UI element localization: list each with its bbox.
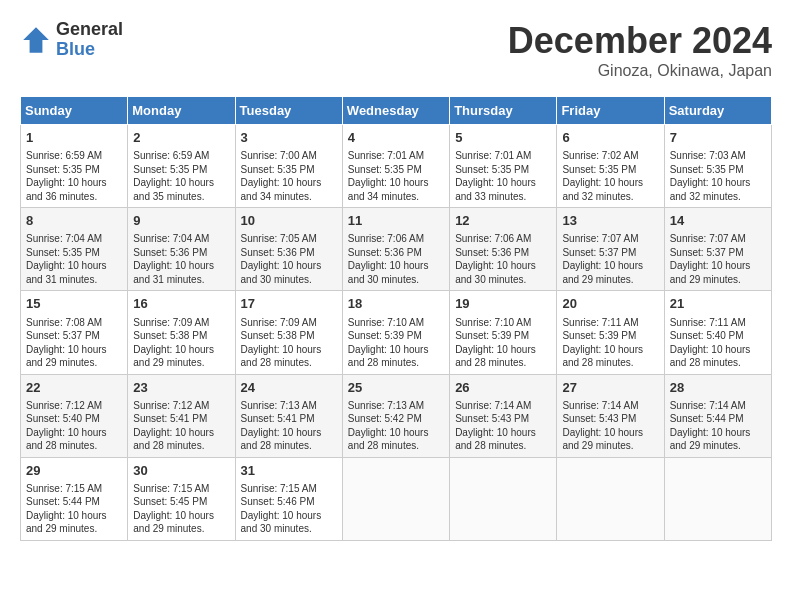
day-number: 13 [562, 212, 658, 230]
cell-info: Sunrise: 7:09 AM Sunset: 5:38 PM Dayligh… [241, 316, 337, 370]
day-number: 15 [26, 295, 122, 313]
calendar-cell: 22Sunrise: 7:12 AM Sunset: 5:40 PM Dayli… [21, 374, 128, 457]
day-number: 12 [455, 212, 551, 230]
calendar-cell: 14Sunrise: 7:07 AM Sunset: 5:37 PM Dayli… [664, 208, 771, 291]
calendar-cell: 21Sunrise: 7:11 AM Sunset: 5:40 PM Dayli… [664, 291, 771, 374]
day-number: 28 [670, 379, 766, 397]
day-number: 24 [241, 379, 337, 397]
cell-info: Sunrise: 6:59 AM Sunset: 5:35 PM Dayligh… [26, 149, 122, 203]
day-number: 9 [133, 212, 229, 230]
day-number: 11 [348, 212, 444, 230]
day-number: 8 [26, 212, 122, 230]
cell-info: Sunrise: 7:03 AM Sunset: 5:35 PM Dayligh… [670, 149, 766, 203]
calendar-cell: 28Sunrise: 7:14 AM Sunset: 5:44 PM Dayli… [664, 374, 771, 457]
day-number: 23 [133, 379, 229, 397]
page-header: General Blue December 2024 Ginoza, Okina… [20, 20, 772, 80]
calendar-week-5: 29Sunrise: 7:15 AM Sunset: 5:44 PM Dayli… [21, 457, 772, 540]
day-number: 5 [455, 129, 551, 147]
calendar-week-1: 1Sunrise: 6:59 AM Sunset: 5:35 PM Daylig… [21, 125, 772, 208]
calendar-cell: 31Sunrise: 7:15 AM Sunset: 5:46 PM Dayli… [235, 457, 342, 540]
day-number: 4 [348, 129, 444, 147]
day-number: 31 [241, 462, 337, 480]
calendar-cell: 17Sunrise: 7:09 AM Sunset: 5:38 PM Dayli… [235, 291, 342, 374]
calendar-cell: 16Sunrise: 7:09 AM Sunset: 5:38 PM Dayli… [128, 291, 235, 374]
calendar-cell: 15Sunrise: 7:08 AM Sunset: 5:37 PM Dayli… [21, 291, 128, 374]
day-number: 16 [133, 295, 229, 313]
calendar-cell: 9Sunrise: 7:04 AM Sunset: 5:36 PM Daylig… [128, 208, 235, 291]
calendar-cell: 10Sunrise: 7:05 AM Sunset: 5:36 PM Dayli… [235, 208, 342, 291]
cell-info: Sunrise: 7:06 AM Sunset: 5:36 PM Dayligh… [455, 232, 551, 286]
calendar-cell [342, 457, 449, 540]
cell-info: Sunrise: 7:15 AM Sunset: 5:46 PM Dayligh… [241, 482, 337, 536]
calendar-cell [450, 457, 557, 540]
calendar-cell: 27Sunrise: 7:14 AM Sunset: 5:43 PM Dayli… [557, 374, 664, 457]
logo: General Blue [20, 20, 123, 60]
cell-info: Sunrise: 7:15 AM Sunset: 5:44 PM Dayligh… [26, 482, 122, 536]
logo-line2: Blue [56, 40, 123, 60]
cell-info: Sunrise: 7:06 AM Sunset: 5:36 PM Dayligh… [348, 232, 444, 286]
day-number: 18 [348, 295, 444, 313]
weekday-header-sunday: Sunday [21, 97, 128, 125]
day-number: 29 [26, 462, 122, 480]
cell-info: Sunrise: 7:11 AM Sunset: 5:40 PM Dayligh… [670, 316, 766, 370]
cell-info: Sunrise: 7:01 AM Sunset: 5:35 PM Dayligh… [348, 149, 444, 203]
calendar-cell: 6Sunrise: 7:02 AM Sunset: 5:35 PM Daylig… [557, 125, 664, 208]
day-number: 10 [241, 212, 337, 230]
calendar-cell: 23Sunrise: 7:12 AM Sunset: 5:41 PM Dayli… [128, 374, 235, 457]
weekday-header-friday: Friday [557, 97, 664, 125]
day-number: 20 [562, 295, 658, 313]
cell-info: Sunrise: 7:04 AM Sunset: 5:36 PM Dayligh… [133, 232, 229, 286]
cell-info: Sunrise: 7:14 AM Sunset: 5:43 PM Dayligh… [562, 399, 658, 453]
day-number: 19 [455, 295, 551, 313]
logo-text: General Blue [56, 20, 123, 60]
day-number: 30 [133, 462, 229, 480]
day-number: 6 [562, 129, 658, 147]
cell-info: Sunrise: 7:15 AM Sunset: 5:45 PM Dayligh… [133, 482, 229, 536]
day-number: 14 [670, 212, 766, 230]
calendar-body: 1Sunrise: 6:59 AM Sunset: 5:35 PM Daylig… [21, 125, 772, 541]
cell-info: Sunrise: 7:10 AM Sunset: 5:39 PM Dayligh… [455, 316, 551, 370]
day-number: 22 [26, 379, 122, 397]
calendar-cell: 20Sunrise: 7:11 AM Sunset: 5:39 PM Dayli… [557, 291, 664, 374]
calendar-cell: 1Sunrise: 6:59 AM Sunset: 5:35 PM Daylig… [21, 125, 128, 208]
cell-info: Sunrise: 7:11 AM Sunset: 5:39 PM Dayligh… [562, 316, 658, 370]
day-number: 3 [241, 129, 337, 147]
calendar-cell: 13Sunrise: 7:07 AM Sunset: 5:37 PM Dayli… [557, 208, 664, 291]
day-number: 2 [133, 129, 229, 147]
weekday-header-thursday: Thursday [450, 97, 557, 125]
logo-icon [20, 24, 52, 56]
calendar-cell: 18Sunrise: 7:10 AM Sunset: 5:39 PM Dayli… [342, 291, 449, 374]
weekday-header-row: SundayMondayTuesdayWednesdayThursdayFrid… [21, 97, 772, 125]
cell-info: Sunrise: 7:14 AM Sunset: 5:43 PM Dayligh… [455, 399, 551, 453]
cell-info: Sunrise: 7:12 AM Sunset: 5:41 PM Dayligh… [133, 399, 229, 453]
day-number: 17 [241, 295, 337, 313]
cell-info: Sunrise: 7:12 AM Sunset: 5:40 PM Dayligh… [26, 399, 122, 453]
cell-info: Sunrise: 6:59 AM Sunset: 5:35 PM Dayligh… [133, 149, 229, 203]
calendar-cell: 12Sunrise: 7:06 AM Sunset: 5:36 PM Dayli… [450, 208, 557, 291]
cell-info: Sunrise: 7:04 AM Sunset: 5:35 PM Dayligh… [26, 232, 122, 286]
day-number: 26 [455, 379, 551, 397]
calendar-cell: 11Sunrise: 7:06 AM Sunset: 5:36 PM Dayli… [342, 208, 449, 291]
calendar-cell: 5Sunrise: 7:01 AM Sunset: 5:35 PM Daylig… [450, 125, 557, 208]
cell-info: Sunrise: 7:13 AM Sunset: 5:42 PM Dayligh… [348, 399, 444, 453]
calendar-subtitle: Ginoza, Okinawa, Japan [508, 62, 772, 80]
calendar-week-2: 8Sunrise: 7:04 AM Sunset: 5:35 PM Daylig… [21, 208, 772, 291]
cell-info: Sunrise: 7:14 AM Sunset: 5:44 PM Dayligh… [670, 399, 766, 453]
calendar-title: December 2024 [508, 20, 772, 62]
cell-info: Sunrise: 7:07 AM Sunset: 5:37 PM Dayligh… [670, 232, 766, 286]
cell-info: Sunrise: 7:08 AM Sunset: 5:37 PM Dayligh… [26, 316, 122, 370]
calendar-cell: 29Sunrise: 7:15 AM Sunset: 5:44 PM Dayli… [21, 457, 128, 540]
cell-info: Sunrise: 7:07 AM Sunset: 5:37 PM Dayligh… [562, 232, 658, 286]
calendar-cell [557, 457, 664, 540]
weekday-header-saturday: Saturday [664, 97, 771, 125]
calendar-cell: 25Sunrise: 7:13 AM Sunset: 5:42 PM Dayli… [342, 374, 449, 457]
calendar-table: SundayMondayTuesdayWednesdayThursdayFrid… [20, 96, 772, 541]
weekday-header-wednesday: Wednesday [342, 97, 449, 125]
calendar-week-4: 22Sunrise: 7:12 AM Sunset: 5:40 PM Dayli… [21, 374, 772, 457]
cell-info: Sunrise: 7:02 AM Sunset: 5:35 PM Dayligh… [562, 149, 658, 203]
day-number: 21 [670, 295, 766, 313]
title-block: December 2024 Ginoza, Okinawa, Japan [508, 20, 772, 80]
cell-info: Sunrise: 7:05 AM Sunset: 5:36 PM Dayligh… [241, 232, 337, 286]
calendar-cell: 30Sunrise: 7:15 AM Sunset: 5:45 PM Dayli… [128, 457, 235, 540]
calendar-cell: 26Sunrise: 7:14 AM Sunset: 5:43 PM Dayli… [450, 374, 557, 457]
